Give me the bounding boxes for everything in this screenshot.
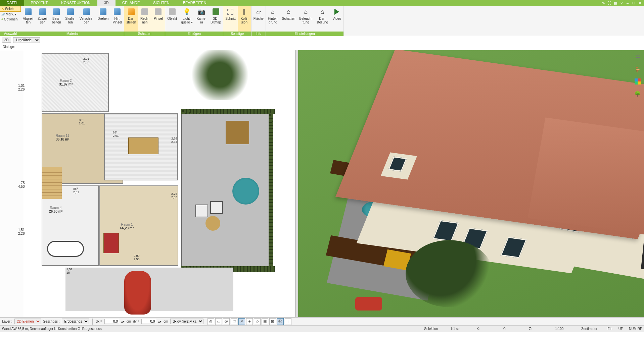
dining-table-icon <box>128 137 158 154</box>
help-icon[interactable]: ? <box>619 1 624 5</box>
room-3[interactable]: Raum 345,42 m² <box>104 113 178 180</box>
dx-label: dx = <box>96 320 102 323</box>
settings-schatten[interactable]: Schatten <box>280 6 297 32</box>
chair-icon[interactable]: 🪑 <box>634 66 641 73</box>
bathtub-icon <box>47 241 84 257</box>
insert-lichtquelle[interactable]: Licht- quelle ▾ <box>179 6 194 32</box>
tool-diamond-icon[interactable]: ◈ <box>246 318 253 325</box>
roof-extension <box>528 117 644 238</box>
tool-arrow-icon[interactable]: ↗ <box>238 318 245 325</box>
floorplan: Raum 231,87 m² Raum 1136,18 m² Raum 345,… <box>27 53 292 311</box>
insert-3dbitmap[interactable]: 3D- Bitmap <box>209 6 223 32</box>
ribbon-group-auswahl: Selekt Mark. ▾ Optionen Auswahl <box>0 6 21 36</box>
viewport-2d[interactable]: 1,012,26 754,50 1,512,26 Raum 231,87 m² … <box>0 50 295 317</box>
select-tool[interactable]: Selekt <box>0 6 21 12</box>
menu-tab-file[interactable]: DATEI <box>0 0 24 6</box>
settings-video[interactable]: Video <box>330 6 343 32</box>
grid-icon[interactable]: ▦ <box>613 1 618 5</box>
seating-group-icon <box>195 201 236 235</box>
close-icon[interactable]: ✕ <box>637 1 642 5</box>
view-badge-3d[interactable]: 3D <box>2 38 11 43</box>
settings-beleuchtung[interactable]: Beleuch- tung <box>297 6 314 32</box>
tool-north-icon[interactable]: Ⓝ <box>277 318 284 325</box>
ribbon-group-einstellungen: Hinter- grund Schatten Beleuch- tung Dar… <box>266 6 344 36</box>
dy-input[interactable] <box>141 319 156 324</box>
settings-darstellung[interactable]: Dar- stellung <box>315 6 330 32</box>
status-uf: UF <box>618 327 623 331</box>
room-1[interactable]: Raum 166,23 m² <box>99 185 178 266</box>
settings-hintergrund[interactable]: Hinter- grund <box>266 6 280 32</box>
ribbon-group-label: Einfügen <box>165 32 223 36</box>
tool-target-icon[interactable]: ⦿ <box>223 318 230 325</box>
status-unit: Zentimeter <box>581 327 601 331</box>
tree-tool-icon[interactable]: 🌳 <box>634 90 641 97</box>
tool-rect-icon[interactable]: ▭ <box>215 318 222 325</box>
maximize-icon[interactable]: □ <box>631 1 636 5</box>
material-drehen[interactable]: Drehen <box>96 6 111 32</box>
schatten-rechnen[interactable]: Rech- nen <box>138 6 151 32</box>
expand-icon[interactable]: ⛶ <box>607 1 612 5</box>
info-flaeche[interactable]: ▱Fläche <box>251 6 266 32</box>
insert-kamera[interactable]: Kame- ra <box>195 6 209 32</box>
ribbon-group-sonstige: Schnitt ‖Kolli- sion Sonstige <box>223 6 251 36</box>
ribbon-group-material: Abgrei- fen Zuwei- sen Bear- beiten Skal… <box>21 6 124 36</box>
sonstige-schnitt[interactable]: Schnitt <box>223 6 238 32</box>
tool-info-icon[interactable]: i <box>285 318 291 325</box>
minimize-icon[interactable]: – <box>625 1 630 5</box>
mark-tool[interactable]: Mark. ▾ <box>0 12 21 17</box>
material-abgreifen[interactable]: Abgrei- fen <box>21 6 36 32</box>
ribbon-group-label: Schatten <box>124 32 165 36</box>
material-skalieren[interactable]: Skalie- ren <box>63 6 78 32</box>
mower-icon <box>355 297 382 311</box>
menu-tab-gelaende[interactable]: GELÄNDE <box>116 0 147 6</box>
options-button[interactable]: Optionen <box>0 17 21 22</box>
menu-tab-projekt[interactable]: PROJEKT <box>24 0 55 6</box>
sonstige-kollision[interactable]: ‖Kolli- sion <box>238 6 251 32</box>
ribbon-group-label: Auswahl <box>0 32 21 36</box>
tool-bounds-icon[interactable]: ⬚ <box>231 318 237 325</box>
layer-label: Layer : <box>2 320 12 323</box>
menu-tab-bearbeiten[interactable]: BEARBEITEN <box>176 0 213 6</box>
palette-icon[interactable] <box>634 78 641 85</box>
schatten-darstellen[interactable]: Dar- stellen <box>124 6 138 32</box>
side-toolbar: ☰ 🪑 🌳 <box>633 54 643 97</box>
dx-unit: cm <box>127 320 131 323</box>
material-pinsel[interactable]: Hin. Pinsel <box>110 6 124 32</box>
arch-door-icon <box>641 232 644 272</box>
window-icon <box>501 237 527 258</box>
menu-tab-3d[interactable]: 3D <box>97 0 116 6</box>
house-3d <box>318 70 644 304</box>
sofa-icon <box>103 233 119 253</box>
pen-icon[interactable]: ✎ <box>601 1 606 5</box>
tool-diamond2-icon[interactable]: ◇ <box>254 318 261 325</box>
menu-tab-konstruktion[interactable]: KONSTRUKTION <box>54 0 97 6</box>
window-icon <box>433 220 459 242</box>
tool-clock-icon[interactable]: ⏱ <box>208 318 214 325</box>
terrain-select[interactable]: Urgelände <box>13 37 40 43</box>
dx-input[interactable] <box>104 319 119 324</box>
hedge-icon <box>269 113 273 268</box>
insert-objekt[interactable]: Objekt <box>165 6 179 32</box>
schatten-pinsel[interactable]: Pinsel <box>151 6 165 32</box>
status-selection: Selektion <box>424 327 444 331</box>
material-verschieben[interactable]: Verschie- ben <box>78 6 96 32</box>
room-2[interactable]: Raum 231,87 m² <box>42 53 109 112</box>
layers-icon[interactable]: ☰ <box>634 54 641 61</box>
floor-select[interactable]: Erdgeschos <box>62 319 89 324</box>
relative-mode-select[interactable]: dx,dy (relativ ka <box>170 319 203 324</box>
pane-splitter[interactable] <box>295 50 298 317</box>
material-bearbeiten[interactable]: Bear- beiten <box>50 6 63 32</box>
status-bar: Wand AW 36,5 m, Deckenauflager L=Konstru… <box>0 325 644 332</box>
tool-grid-icon[interactable]: ▦ <box>262 318 268 325</box>
floor-label: Geschoss : <box>43 320 60 323</box>
viewport-3d[interactable] <box>298 50 644 317</box>
layer-select[interactable]: 2D-Elemen <box>14 319 41 324</box>
status-y: Y: <box>503 327 523 331</box>
menu-tab-sichten[interactable]: SICHTEN <box>146 0 176 6</box>
material-zuweisen[interactable]: Zuwei- sen <box>36 6 50 32</box>
tool-grid2-icon[interactable]: ⊞ <box>269 318 276 325</box>
status-scale-sel: 1:1 sel <box>450 327 470 331</box>
terrace[interactable] <box>181 113 272 268</box>
ribbon-group-label: Einstellungen <box>266 32 343 36</box>
view-selector-bar: 3D Urgelände <box>0 36 644 44</box>
